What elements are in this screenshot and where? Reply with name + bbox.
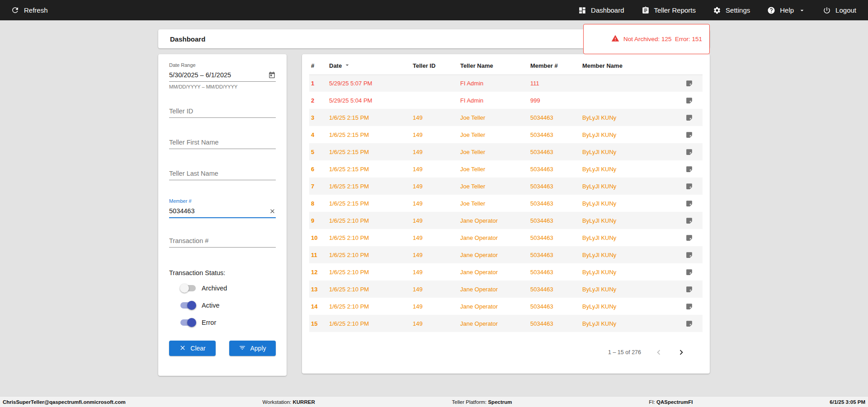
dashboard-icon [578, 6, 586, 14]
row-num-cell: 4 [309, 126, 327, 143]
teller-id-cell: 149 [411, 263, 458, 281]
member-name-cell: ByLyJl KUNy [580, 195, 675, 212]
teller-first-name-input[interactable] [169, 136, 276, 149]
app-root: Refresh Dashboard Teller Reports Sett [0, 0, 868, 407]
table-row[interactable]: 111/6/25 2:10 PM149Jane Operator5034463B… [309, 246, 703, 263]
settings-icon [713, 6, 721, 14]
member-name-cell: ByLyJl KUNy [580, 160, 675, 178]
table-row[interactable]: 91/6/25 2:10 PM149Jane Operator5034463By… [309, 212, 703, 229]
note-icon[interactable] [685, 96, 693, 103]
table-row[interactable]: 141/6/25 2:10 PM149Jane Operator5034463B… [309, 298, 703, 315]
member-num-cell: 5034463 [528, 178, 580, 195]
note-cell [675, 195, 703, 212]
teller-id-cell: 149 [411, 246, 458, 263]
date-range-input[interactable] [169, 69, 268, 81]
teller-name-cell: Joe Teller [458, 160, 528, 178]
date-cell: 5/29/25 5:07 PM [327, 75, 411, 92]
transaction-number-input[interactable] [169, 234, 276, 247]
nav-settings-label: Settings [726, 6, 750, 14]
table-row[interactable]: 121/6/25 2:10 PM149Jane Operator5034463B… [309, 263, 703, 281]
note-cell [675, 126, 703, 143]
note-icon[interactable] [685, 302, 693, 309]
col-header-note [675, 57, 703, 75]
results-panel: # Date Teller ID [302, 54, 710, 374]
nav-logout[interactable]: Logout [823, 6, 856, 14]
member-name-cell: ByLyJl KUNy [580, 315, 675, 332]
note-icon[interactable] [685, 80, 693, 86]
note-cell [675, 92, 703, 109]
table-row[interactable]: 71/6/25 2:15 PM149Joe Teller5034463ByLyJ… [309, 178, 703, 195]
note-icon[interactable] [685, 251, 693, 257]
archived-toggle[interactable] [180, 284, 196, 293]
teller-last-name-input[interactable] [169, 167, 276, 180]
clear-member-icon[interactable] [269, 208, 276, 215]
workstation-value: KURRER [293, 399, 315, 405]
table-row[interactable]: 51/6/25 2:15 PM149Joe Teller5034463ByLyJ… [309, 143, 703, 160]
col-header-date[interactable]: Date [327, 57, 411, 75]
date-cell: 1/6/25 2:15 PM [327, 195, 411, 212]
member-name-cell: ByLyJl KUNy [580, 212, 675, 229]
member-number-input[interactable] [169, 205, 269, 217]
error-toggle[interactable] [180, 318, 196, 327]
col-header-teller-name: Teller Name [458, 57, 528, 75]
member-name-cell: ByLyJl KUNy [580, 281, 675, 298]
teller-id-cell: 149 [411, 229, 458, 246]
note-icon[interactable] [685, 113, 693, 120]
note-icon[interactable] [685, 182, 693, 189]
alert-badge: Not Archived: 125 Error: 151 [583, 24, 710, 54]
note-icon[interactable] [685, 285, 693, 292]
table-row[interactable]: 61/6/25 2:15 PM149Joe Teller5034463ByLyJ… [309, 160, 703, 178]
nav-help[interactable]: Help [767, 6, 806, 14]
chevron-down-icon [798, 7, 806, 14]
teller-name-cell: Jane Operator [458, 229, 528, 246]
member-number-field: Member # [169, 198, 276, 218]
note-icon[interactable] [685, 199, 693, 206]
note-icon[interactable] [685, 234, 693, 240]
teller-name-cell: Jane Operator [458, 315, 528, 332]
table-row[interactable]: 81/6/25 2:15 PM149Joe Teller5034463ByLyJ… [309, 195, 703, 212]
table-row[interactable]: 25/29/25 5:04 PMFI Admin999 [309, 92, 703, 109]
col-header-teller-id: Teller ID [411, 57, 458, 75]
table-row[interactable]: 15/29/25 5:07 PMFI Admin111 [309, 75, 703, 92]
note-icon[interactable] [685, 216, 693, 223]
table-row[interactable]: 131/6/25 2:10 PM149Jane Operator5034463B… [309, 281, 703, 298]
col-header-member-num: Member # [528, 57, 580, 75]
date-cell: 1/6/25 2:10 PM [327, 263, 411, 281]
apply-button[interactable]: Apply [229, 341, 276, 356]
nav-settings[interactable]: Settings [713, 6, 750, 14]
user-email: ChrisSuperTeller@qaspectrumfi.onmicrosof… [3, 399, 126, 405]
next-page-button[interactable] [676, 347, 686, 357]
teller-name-cell: Joe Teller [458, 109, 528, 126]
nav-dashboard[interactable]: Dashboard [578, 6, 624, 14]
member-num-cell: 5034463 [528, 195, 580, 212]
refresh-button[interactable]: Refresh [11, 6, 48, 14]
table-row[interactable]: 101/6/25 2:10 PM149Jane Operator5034463B… [309, 229, 703, 246]
clear-button[interactable]: Clear [169, 341, 216, 356]
member-num-cell: 5034463 [528, 160, 580, 178]
table-row[interactable]: 31/6/25 2:15 PM149Joe Teller5034463ByLyJ… [309, 109, 703, 126]
topbar: Refresh Dashboard Teller Reports Sett [0, 0, 868, 20]
teller-name-cell: Jane Operator [458, 246, 528, 263]
note-icon[interactable] [685, 165, 693, 172]
toggle-row-archived: Archived [180, 284, 276, 293]
alert-text: Not Archived: 125 Error: 151 [623, 36, 702, 42]
note-cell [675, 75, 703, 92]
table-row[interactable]: 41/6/25 2:15 PM149Joe Teller5034463ByLyJ… [309, 126, 703, 143]
teller-id-input[interactable] [169, 105, 276, 117]
active-toggle[interactable] [180, 301, 196, 310]
member-num-cell: 5034463 [528, 298, 580, 315]
note-cell [675, 229, 703, 246]
prev-page-button[interactable] [654, 347, 664, 357]
note-icon[interactable] [685, 131, 693, 137]
date-cell: 1/6/25 2:10 PM [327, 281, 411, 298]
nav-teller-reports[interactable]: Teller Reports [642, 6, 696, 14]
table-row[interactable]: 151/6/25 2:10 PM149Jane Operator5034463B… [309, 315, 703, 332]
calendar-icon[interactable] [268, 71, 276, 79]
teller-id-cell [411, 92, 458, 109]
note-icon[interactable] [685, 319, 693, 326]
note-icon[interactable] [685, 148, 693, 154]
note-icon[interactable] [685, 268, 693, 275]
date-cell: 1/6/25 2:10 PM [327, 315, 411, 332]
fi-value: QASpectrumFI [656, 399, 693, 405]
status-datetime: 6/1/25 3:05 PM [830, 399, 865, 405]
